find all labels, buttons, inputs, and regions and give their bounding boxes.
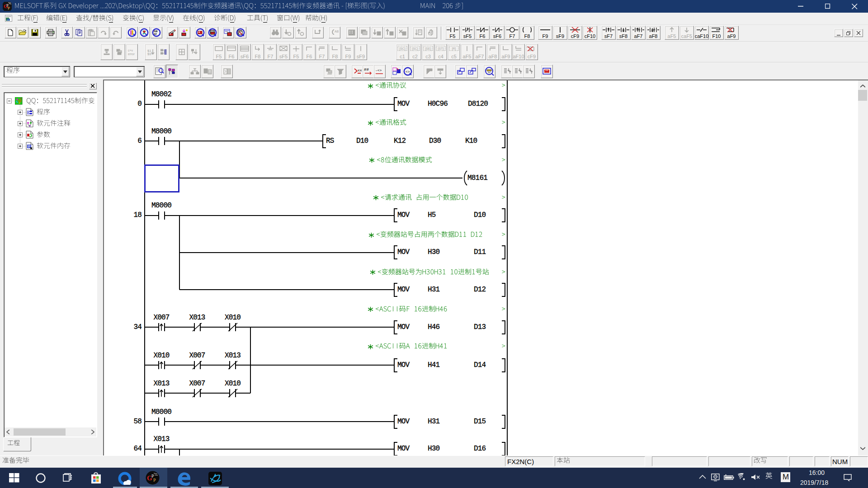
svg-text:c5: c5: [451, 54, 457, 59]
svg-text:[SC]: [SC]: [399, 47, 406, 51]
svg-text:sF7: sF7: [604, 33, 613, 39]
svg-text:sF6: sF6: [241, 54, 249, 59]
svg-text:sF8: sF8: [619, 33, 627, 39]
svg-text:F8: F8: [524, 33, 530, 39]
svg-text:error: error: [128, 52, 135, 56]
svg-text:xx: xx: [358, 68, 362, 72]
svg-text:aF5: aF5: [463, 54, 472, 59]
svg-text:cF10: cF10: [585, 33, 595, 39]
svg-text:P: P: [153, 478, 156, 483]
svg-text:[ST]: [ST]: [438, 47, 444, 51]
svg-text:aF9: aF9: [727, 33, 736, 39]
svg-text:c3: c3: [425, 54, 431, 59]
svg-text:F6: F6: [307, 54, 312, 59]
svg-text:F10: F10: [712, 33, 721, 39]
svg-text:c4: c4: [438, 54, 443, 59]
svg-text:##: ##: [364, 68, 369, 72]
svg-text:[SE]: [SE]: [425, 47, 431, 51]
svg-text:c+v: c+v: [128, 49, 133, 52]
svg-text:aF9: aF9: [502, 54, 510, 59]
svg-text:AB: AB: [335, 30, 339, 33]
svg-text:aF10: aF10: [513, 54, 524, 59]
svg-text:F5: F5: [450, 33, 456, 39]
svg-text:aF8: aF8: [649, 33, 658, 39]
svg-text:-<>: -<>: [375, 68, 382, 72]
svg-text:cF9: cF9: [571, 33, 579, 39]
svg-text:F7: F7: [268, 54, 274, 59]
svg-text:[SC]: [SC]: [412, 47, 418, 51]
svg-text:sF5: sF5: [279, 54, 288, 59]
svg-text:aF8: aF8: [489, 54, 497, 59]
svg-text:<>: <>: [406, 70, 410, 74]
svg-text:F8: F8: [332, 54, 338, 59]
svg-text:c1: c1: [400, 54, 405, 59]
svg-text:F6: F6: [480, 33, 486, 39]
svg-text:cF9: cF9: [528, 54, 536, 59]
svg-text:F9: F9: [542, 33, 548, 39]
svg-text:F7: F7: [319, 54, 325, 59]
svg-text:c2: c2: [412, 54, 418, 59]
svg-text:aF7: aF7: [476, 54, 484, 59]
svg-text:sF9: sF9: [556, 33, 564, 39]
svg-text:sF5: sF5: [463, 33, 472, 39]
svg-text:F6: F6: [229, 54, 235, 59]
svg-text:aF5: aF5: [668, 33, 676, 39]
svg-text:[R]: [R]: [452, 47, 456, 51]
svg-text:F5: F5: [293, 54, 299, 59]
svg-text:F9: F9: [345, 54, 351, 59]
svg-text:12: 12: [154, 33, 157, 35]
svg-text:F5: F5: [216, 54, 222, 59]
svg-text:caF10: caF10: [695, 33, 708, 39]
svg-text:aF7: aF7: [634, 33, 643, 39]
svg-text:caF5: caF5: [681, 33, 692, 39]
svg-text:sF9: sF9: [357, 54, 365, 59]
svg-text:F8: F8: [255, 54, 261, 59]
svg-text:F7: F7: [509, 33, 515, 39]
svg-text:$9: $9: [147, 52, 151, 56]
svg-text:sF6: sF6: [493, 33, 501, 39]
